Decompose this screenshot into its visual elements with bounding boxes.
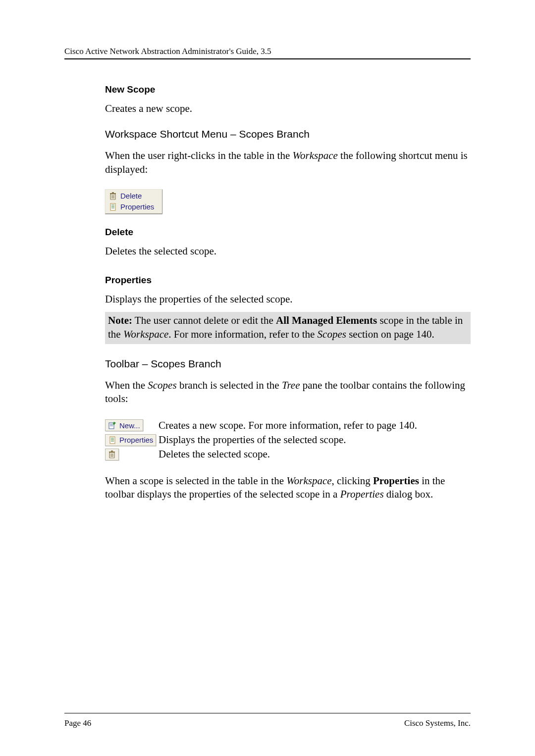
text-italic: Workspace [286, 475, 331, 487]
text-italic: Workspace [123, 328, 168, 340]
paragraph: When the Scopes branch is selected in th… [105, 379, 471, 406]
running-header: Cisco Active Network Abstraction Adminis… [64, 47, 471, 59]
button-label: Properties [119, 436, 153, 444]
svg-rect-19 [109, 452, 115, 453]
trash-icon [107, 450, 116, 459]
text: dialog box. [384, 488, 433, 500]
footer-company: Cisco Systems, Inc. [404, 718, 471, 728]
toolbar-new-button[interactable]: New... [105, 419, 143, 431]
heading-properties: Properties [105, 275, 471, 286]
menu-item-delete[interactable]: Delete [107, 191, 161, 202]
tool-description: Displays the properties of the selected … [159, 433, 346, 447]
heading-new-scope: New Scope [105, 84, 471, 95]
tool-row: New... Creates a new scope. For more inf… [105, 419, 471, 432]
text-bold: All Managed Elements [276, 314, 377, 326]
text: When a scope is selected in the table in… [105, 475, 286, 487]
toolbar-properties-button[interactable]: Properties [105, 434, 156, 446]
text: section on page 140. [346, 328, 434, 340]
new-icon [108, 421, 117, 430]
paragraph: When a scope is selected in the table in… [105, 474, 471, 502]
tool-row: Properties Displays the properties of th… [105, 433, 471, 447]
page-footer: Page 46 Cisco Systems, Inc. [64, 713, 471, 728]
text-italic: Scopes [148, 379, 176, 391]
text-italic: Tree [282, 379, 300, 391]
page-content: New Scope Creates a new scope. Workspace… [105, 84, 471, 501]
text: The user cannot delete or edit the [132, 314, 276, 326]
text-italic: Scopes [318, 328, 346, 340]
svg-rect-20 [111, 451, 113, 452]
text-italic: Properties [340, 488, 384, 500]
note-box: Note: The user cannot delete or edit the… [105, 312, 471, 344]
tool-description: Deletes the selected scope. [159, 448, 270, 461]
heading-delete: Delete [105, 227, 471, 238]
paragraph: When the user right-clicks in the table … [105, 149, 471, 176]
note-label: Note: [108, 314, 132, 326]
heading-workspace-shortcut: Workspace Shortcut Menu – Scopes Branch [105, 128, 471, 140]
button-label: New... [119, 421, 140, 430]
text: branch is selected in the [177, 379, 282, 391]
svg-rect-14 [110, 437, 115, 444]
text: , clicking [332, 475, 373, 487]
tool-description: Creates a new scope. For more informatio… [159, 419, 417, 432]
text: When the user right-clicks in the table … [105, 150, 292, 161]
paragraph: Creates a new scope. [105, 102, 471, 115]
svg-rect-1 [110, 193, 116, 194]
toolbar-delete-button[interactable] [105, 449, 119, 460]
text-italic: Workspace [292, 150, 337, 161]
paragraph: Displays the properties of the selected … [105, 293, 471, 306]
toolbar-tools-list: New... Creates a new scope. For more inf… [105, 419, 471, 461]
properties-icon [108, 436, 117, 445]
tool-row: Deletes the selected scope. [105, 448, 471, 461]
menu-item-properties[interactable]: Properties [107, 202, 161, 212]
svg-rect-6 [110, 203, 115, 210]
text-bold: Properties [373, 475, 419, 487]
page-number: Page 46 [64, 718, 91, 728]
menu-item-label: Properties [120, 202, 154, 211]
trash-icon [108, 192, 117, 201]
text: When the [105, 379, 148, 391]
context-menu: Delete Properties [105, 189, 162, 214]
properties-icon [108, 202, 117, 211]
heading-toolbar: Toolbar – Scopes Branch [105, 358, 471, 370]
text: . For more information, refer to the [168, 328, 317, 340]
paragraph: Deletes the selected scope. [105, 245, 471, 258]
menu-item-label: Delete [120, 192, 142, 200]
svg-rect-2 [112, 192, 114, 193]
